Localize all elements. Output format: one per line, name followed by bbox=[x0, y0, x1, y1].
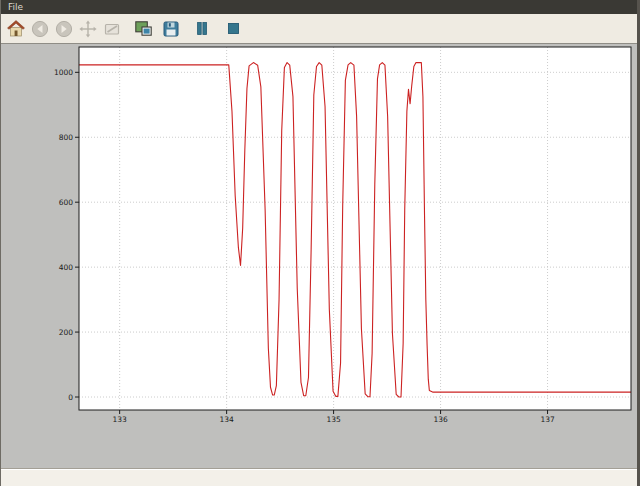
x-tick-label: 134 bbox=[219, 415, 234, 424]
pan-move-icon bbox=[79, 20, 97, 38]
y-tick-label: 0 bbox=[68, 393, 73, 402]
pause-icon bbox=[195, 21, 209, 36]
pause-button[interactable] bbox=[191, 16, 213, 42]
back-arrow-icon bbox=[31, 20, 49, 38]
status-bar bbox=[1, 468, 637, 486]
pan-button[interactable] bbox=[77, 16, 99, 42]
x-tick-label: 137 bbox=[540, 415, 555, 424]
figure-canvas: 02004006008001000133134135136137 bbox=[1, 44, 637, 468]
y-tick-label: 600 bbox=[59, 198, 74, 207]
app-window: File bbox=[0, 0, 640, 486]
save-button[interactable] bbox=[160, 16, 182, 42]
forward-arrow-icon bbox=[55, 20, 73, 38]
zoom-rect-button[interactable] bbox=[101, 16, 123, 42]
y-tick-label: 200 bbox=[59, 328, 74, 337]
subplots-button[interactable] bbox=[132, 16, 154, 42]
back-button[interactable] bbox=[29, 16, 51, 42]
chart-svg: 02004006008001000133134135136137 bbox=[1, 44, 637, 468]
home-button[interactable] bbox=[5, 16, 27, 42]
plot-area bbox=[79, 47, 631, 410]
stop-button[interactable] bbox=[222, 16, 244, 42]
save-floppy-icon bbox=[163, 21, 179, 37]
subplots-config-icon bbox=[135, 21, 152, 36]
x-tick-label: 133 bbox=[112, 415, 127, 424]
x-tick-label: 135 bbox=[326, 415, 341, 424]
forward-button[interactable] bbox=[53, 16, 75, 42]
home-icon bbox=[7, 20, 25, 37]
y-tick-label: 400 bbox=[59, 263, 74, 272]
zoom-rect-icon bbox=[103, 20, 121, 38]
stop-icon bbox=[227, 22, 240, 35]
menu-bar: File bbox=[1, 0, 637, 14]
y-tick-label: 1000 bbox=[54, 68, 73, 77]
toolbar bbox=[1, 14, 637, 44]
y-tick-label: 800 bbox=[59, 133, 74, 142]
menu-file[interactable]: File bbox=[1, 0, 30, 14]
x-tick-label: 136 bbox=[433, 415, 448, 424]
